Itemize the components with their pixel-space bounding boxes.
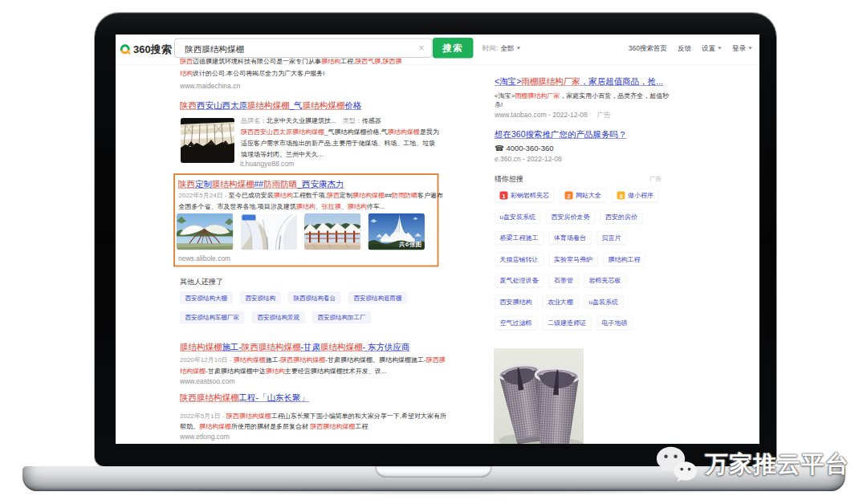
text-segment: 帮助。 xyxy=(180,423,199,430)
related-search-chip[interactable]: 西安膜结构 xyxy=(240,292,281,304)
guess-search-chip[interactable]: 空气过滤棉 xyxy=(495,316,537,330)
text-segment: 膜结构煤棚 xyxy=(320,342,363,352)
guess-search-chip[interactable]: 实验室马弗炉 xyxy=(549,253,598,266)
related-search-chip[interactable]: 西安膜结构大棚 xyxy=(180,292,233,304)
guess-search-chip[interactable]: 3做小程序 xyxy=(612,189,659,202)
text-segment: 工程数千项, xyxy=(293,192,327,199)
text-segment: 传感器 xyxy=(362,117,381,124)
chip-label: 石墨管 xyxy=(554,276,573,285)
laptop-mockup: 360搜索 陕西膜结构煤棚 × 搜索 时间: 全部 360搜索首页 反馈 设置 … xyxy=(0,0,867,504)
result4-snippet-line2: 结构煤棚-甘肃膜结构煤棚中达膜结构主要经营膜结构煤棚技术开发、设... xyxy=(180,367,386,375)
360-search-logo[interactable]: 360搜索 xyxy=(120,43,172,57)
text-segment: ## xyxy=(385,192,392,199)
text-segment: 膜结构煤棚 xyxy=(199,423,231,430)
text-segment: 防雨防晒 xyxy=(392,192,417,199)
text-segment: 膜结构煤棚 xyxy=(212,179,254,189)
clear-search-icon[interactable]: × xyxy=(418,43,424,54)
text-segment: 施工- xyxy=(222,342,242,352)
related-search-chip[interactable]: 西安膜结构景观 xyxy=(252,311,305,323)
chip-label: u盘装系统 xyxy=(589,298,618,307)
guess-search-chip[interactable]: 石墨管 xyxy=(549,274,579,287)
text-segment: 结构 xyxy=(180,70,193,77)
nav-feedback-link[interactable]: 反馈 xyxy=(678,43,691,53)
taobao-ad-line1: <淘宝>雨棚膜结构厂家，家庭实用小百货，品类齐全，超值秒 xyxy=(495,91,669,100)
watermark-text: 万家推云平台 xyxy=(705,449,849,481)
laptop-bezel: 360搜索 陕西膜结构煤棚 × 搜索 时间: 全部 360搜索首页 反馈 设置 … xyxy=(95,13,776,466)
time-filter-dropdown[interactable]: 时间: 全部 xyxy=(482,43,520,53)
guess-search-chip[interactable]: 西安膜结构 xyxy=(495,295,537,309)
chip-label: 实验室马弗炉 xyxy=(554,255,592,264)
text-segment: ，家庭实用小百货，品类齐全，超值秒 xyxy=(560,92,669,100)
guess-search-chip[interactable]: 西安的房价 xyxy=(600,210,642,224)
guess-search-chip[interactable]: 天猫店铺转让 xyxy=(495,253,543,266)
header-nav: 360搜索首页 反馈 设置 登录 xyxy=(618,43,752,53)
text-segment: 膜结构 xyxy=(266,368,285,375)
nav-login-dropdown[interactable]: 登录 xyxy=(732,43,752,53)
guess-chips-row: 废气处理设备石墨管岩棉夹芯板 xyxy=(495,274,664,287)
chip-label: 农业大棚 xyxy=(547,298,573,307)
guess-chips-row: 1彩钢岩棉夹芯2网站大全3做小程序 xyxy=(495,189,664,202)
guess-search-chip[interactable]: u盘装系统 xyxy=(584,295,623,309)
result3-thumbnail-3[interactable] xyxy=(304,213,361,250)
chip-label: 西安膜结构 xyxy=(500,298,532,307)
taobao-ad-url: www.taobao.com - 2022-12-08广告 xyxy=(495,111,611,120)
text-segment: 停车... xyxy=(367,203,385,210)
logo-text: 360搜索 xyxy=(133,43,172,57)
search-button[interactable]: 搜索 xyxy=(433,38,474,59)
result3-title-link[interactable]: 陕西定制膜结构煤棚##防雨防晒_西安康杰力 xyxy=(178,179,344,189)
guess-chips-row: u盘安装系统西安房价走势西安的房价 xyxy=(495,210,664,224)
guess-chips-row: 天猫店铺转让实验室马弗炉膜结构工程 xyxy=(495,253,664,266)
search-input[interactable]: 陕西膜结构煤棚 × xyxy=(174,39,433,59)
chevron-down-icon xyxy=(748,47,752,49)
ad-tag: 广告 xyxy=(597,112,611,120)
guess-search-chip[interactable]: u盘安装系统 xyxy=(495,210,540,224)
nav-home-link[interactable]: 360搜索首页 xyxy=(629,43,667,53)
result4-url: www.eastsoo.com xyxy=(180,378,235,386)
guess-search-chip[interactable]: 废气处理设备 xyxy=(495,274,543,287)
text-segment: 工程, xyxy=(340,58,355,65)
nav-settings-dropdown[interactable]: 设置 xyxy=(702,43,722,53)
chip-label: 做小程序 xyxy=(628,191,653,200)
result3-thumbnail-2[interactable] xyxy=(241,213,298,250)
rank-badge: 3 xyxy=(617,192,625,200)
guess-search-chip[interactable]: 西安房价走势 xyxy=(546,210,595,224)
result5-title-link[interactable]: 陕西膜结构煤棚工程-「山东长聚」 xyxy=(180,392,309,402)
nav-settings-label: 设置 xyxy=(702,43,715,53)
guess-search-chip[interactable]: 二级建造师证 xyxy=(543,316,592,330)
related-searches-label: 其他人还搜了 xyxy=(180,277,223,287)
related-search-chip[interactable]: 西安膜结构车棚厂家 xyxy=(180,311,245,323)
text-segment: 结构煤棚 xyxy=(180,368,206,375)
guess-search-chip[interactable]: 1彩钢岩棉夹芯 xyxy=(495,189,555,202)
text-segment: 膜结构煤棚 xyxy=(234,356,266,364)
guess-search-chip[interactable]: 体育场看台 xyxy=(549,231,592,245)
text-segment: _西安康杰力 xyxy=(297,179,344,189)
guess-search-chip[interactable]: 岩棉夹芯板 xyxy=(584,274,626,287)
guess-search-chip[interactable]: 电子地磅 xyxy=(596,316,633,330)
product-photo[interactable] xyxy=(494,348,584,444)
result2-thumbnail-image[interactable] xyxy=(181,118,234,163)
text-segment: 陕西 xyxy=(180,101,197,111)
text-segment: 膜结构煤棚 xyxy=(180,342,222,352)
guess-search-chip[interactable]: 农业大棚 xyxy=(543,295,579,309)
related-search-chip[interactable]: 西安膜结构遮雨棚 xyxy=(348,292,407,304)
result3-thumbnail-1[interactable] xyxy=(177,213,234,250)
chip-label: 彩钢岩棉夹芯 xyxy=(511,191,549,200)
result2-title-link[interactable]: 陕西西安山西太原膜结构煤棚_气膜结构煤棚价格 xyxy=(180,101,361,111)
related-search-chip[interactable]: 陕西膜结构看台 xyxy=(288,292,341,304)
chip-label: 西安的房价 xyxy=(605,213,637,222)
text-segment: 北京中天久业膜建筑技... xyxy=(267,117,336,124)
taobao-ad-title-link[interactable]: <淘宝>雨棚膜结构厂家，家居超值商品，抢... xyxy=(495,76,663,86)
chip-label: u盘安装系统 xyxy=(500,213,535,222)
guess-chips-row: 空气过滤棉二级建造师证电子地磅 xyxy=(495,316,664,330)
related-search-chip[interactable]: 西安膜结构加工厂 xyxy=(312,311,371,323)
text-segment: 膜结构煤棚 xyxy=(388,128,420,136)
rank-badge: 2 xyxy=(565,192,573,200)
text-segment: ## xyxy=(254,179,264,189)
result4-title-link[interactable]: 膜结构煤棚施工-陕西膜结构煤棚-甘肃膜结构煤棚- 东方供应商 xyxy=(180,342,409,352)
text-segment: <淘宝> xyxy=(495,76,521,86)
guess-search-chip[interactable]: 贝雷片 xyxy=(596,231,626,245)
promo-ad-title-link[interactable]: 想在360搜索推广您的产品服务吗？ xyxy=(495,129,627,139)
guess-search-chip[interactable]: 桥梁工程施工 xyxy=(495,231,543,245)
guess-search-chip[interactable]: 膜结构工程 xyxy=(603,253,645,266)
guess-search-chip[interactable]: 2网站大全 xyxy=(560,189,607,202)
